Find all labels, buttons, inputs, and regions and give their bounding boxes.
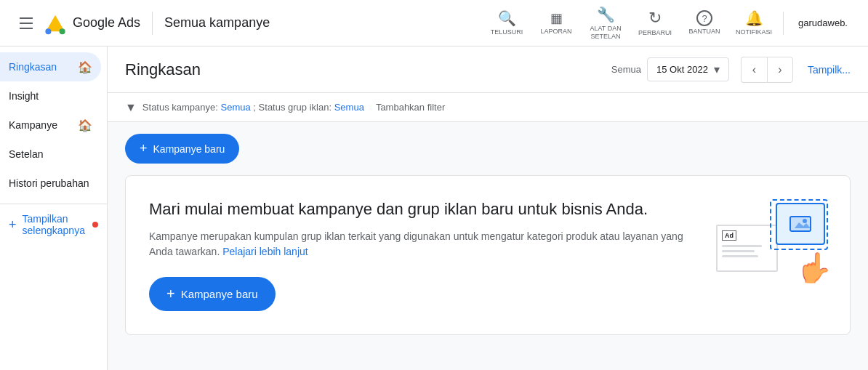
line-3 <box>722 255 758 257</box>
filter-icon: ▼ <box>125 101 137 114</box>
sidebar-item-insight[interactable]: Insight <box>0 81 101 110</box>
sidebar-kampanye-label: Kampanye <box>9 119 57 131</box>
sidebar-ringkasan-label: Ringkasan <box>9 61 57 73</box>
report-label: LAPORAN <box>541 28 572 36</box>
date-filter-label: Semua <box>611 64 641 75</box>
plus-icon: + <box>140 141 148 156</box>
kampanye-home-icon: 🏠 <box>78 118 92 132</box>
group-status-value[interactable]: Semua <box>334 102 364 113</box>
sidebar-setelan-label: Setelan <box>9 148 43 160</box>
sidebar-bottom: + Tampilkan selengkapnya <box>0 204 107 239</box>
page-body: + Kampanye baru Mari mulai membuat kampa… <box>108 122 868 347</box>
search-icon: 🔍 <box>498 9 516 27</box>
line-1 <box>722 245 762 247</box>
sidebar-item-ringkasan[interactable]: Ringkasan 🏠 <box>0 52 101 81</box>
svg-point-2 <box>45 28 51 34</box>
page-breadcrumb: Semua kampanye <box>164 15 483 31</box>
page-title: Ringkasan <box>125 60 611 79</box>
new-campaign-top-label: Kampanye baru <box>153 143 225 155</box>
tools-icon: 🔧 <box>597 6 615 23</box>
expand-label: Tampilkan selengkapnya <box>23 213 89 236</box>
illustration-lines <box>722 245 762 257</box>
sidebar-expand-button[interactable]: + Tampilkan selengkapnya <box>0 210 107 239</box>
campaign-status-value[interactable]: Semua <box>221 102 251 113</box>
new-campaign-card-label: Kampanye baru <box>181 288 258 300</box>
ad-label-badge: Ad <box>722 230 736 241</box>
user-name: garudaweb. <box>798 17 848 28</box>
app-name: Google Ads <box>73 15 140 31</box>
logo-area: Google Ads <box>44 12 140 35</box>
prev-date-button[interactable]: ‹ <box>741 57 767 83</box>
filter-separator: ; <box>253 102 258 113</box>
sidebar-histori-label: Histori perubahan <box>9 177 89 189</box>
notification-label: NOTIFIKASI <box>736 28 772 36</box>
add-filter-button[interactable]: Tambahkan filter <box>370 99 451 116</box>
line-2 <box>722 250 755 252</box>
date-value: 15 Okt 2022 <box>656 64 708 75</box>
illustration-hand-icon: 👆 <box>796 251 832 285</box>
notification-icon: 🔔 <box>745 9 763 27</box>
refresh-nav-action[interactable]: ↻ PERBARUI <box>632 0 678 47</box>
date-navigation-arrows: ‹ › <box>741 57 793 83</box>
home-icon: 🏠 <box>78 60 92 74</box>
notification-dot <box>92 222 98 228</box>
top-nav-actions: 🔍 TELUSURI ▦ LAPORAN 🔧 ALAT DANSETELAN ↻… <box>483 0 856 47</box>
empty-state-card: Mari mulai membuat kampanye dan grup ikl… <box>125 175 851 335</box>
sidebar: Ringkasan 🏠 Insight Kampanye 🏠 Setelan H… <box>0 47 108 370</box>
new-campaign-button-card[interactable]: + Kampanye baru <box>149 277 276 311</box>
sidebar-insight-label: Insight <box>9 90 39 102</box>
tampilkan-button[interactable]: Tampilk... <box>808 64 851 76</box>
group-status-label: Status grup iklan: <box>259 102 331 113</box>
help-label: BANTUAN <box>689 28 720 36</box>
main-header: Ringkasan Semua 15 Okt 2022 ▾ ‹ › Tampil… <box>108 47 868 93</box>
user-separator <box>783 12 784 35</box>
campaign-status-filter: Status kampanye: Semua ; Status grup ikl… <box>142 102 364 113</box>
card-text-area: Mari mulai membuat kampanye dan grup ikl… <box>149 199 693 311</box>
next-date-button[interactable]: › <box>767 57 793 83</box>
illustration-ad-paper: Ad <box>716 225 778 272</box>
date-filter-area: Semua 15 Okt 2022 ▾ ‹ › Tampilk... <box>611 57 851 83</box>
illustration-dashed-border <box>770 199 828 250</box>
search-label: TELUSURI <box>491 28 523 36</box>
main-content: Ringkasan Semua 15 Okt 2022 ▾ ‹ › Tampil… <box>108 47 868 370</box>
user-account[interactable]: garudaweb. <box>789 17 856 28</box>
tools-label: ALAT DANSETELAN <box>590 25 621 41</box>
google-ads-logo-icon <box>44 12 67 35</box>
card-title: Mari mulai membuat kampanye dan grup ikl… <box>149 199 693 220</box>
help-icon: ? <box>696 10 712 26</box>
report-icon: ▦ <box>550 10 563 26</box>
help-nav-action[interactable]: ? BANTUAN <box>681 0 728 47</box>
hamburger-menu[interactable] <box>12 9 41 38</box>
notification-nav-action[interactable]: 🔔 NOTIFIKASI <box>731 0 777 47</box>
svg-point-3 <box>60 28 65 34</box>
card-description: Kampanye merupakan kumpulan grup iklan t… <box>149 229 693 260</box>
sidebar-item-kampanye[interactable]: Kampanye 🏠 <box>0 110 101 140</box>
main-layout: Ringkasan 🏠 Insight Kampanye 🏠 Setelan H… <box>0 47 868 370</box>
search-nav-action[interactable]: 🔍 TELUSURI <box>483 0 530 47</box>
report-nav-action[interactable]: ▦ LAPORAN <box>533 0 579 47</box>
filter-bar: ▼ Status kampanye: Semua ; Status grup i… <box>108 93 868 122</box>
new-campaign-button-top[interactable]: + Kampanye baru <box>125 134 239 164</box>
refresh-icon: ↻ <box>648 9 662 28</box>
learn-more-link[interactable]: Pelajari lebih lanjut <box>222 246 308 257</box>
sidebar-item-histori[interactable]: Histori perubahan <box>0 169 101 198</box>
card-plus-icon: + <box>166 286 175 302</box>
chevron-down-icon: ▾ <box>714 63 720 76</box>
illustration-container: Ad <box>710 199 827 286</box>
refresh-label: PERBARUI <box>638 29 672 37</box>
expand-plus-icon: + <box>9 217 17 233</box>
top-navigation: Google Ads Semua kampanye 🔍 TELUSURI ▦ L… <box>0 0 868 47</box>
card-illustration: Ad <box>710 199 827 286</box>
date-picker-button[interactable]: 15 Okt 2022 ▾ <box>647 57 729 81</box>
tools-nav-action[interactable]: 🔧 ALAT DANSETELAN <box>582 0 629 47</box>
sidebar-item-setelan[interactable]: Setelan <box>0 140 101 169</box>
campaign-status-label: Status kampanye: <box>142 102 218 113</box>
nav-divider <box>152 12 153 35</box>
